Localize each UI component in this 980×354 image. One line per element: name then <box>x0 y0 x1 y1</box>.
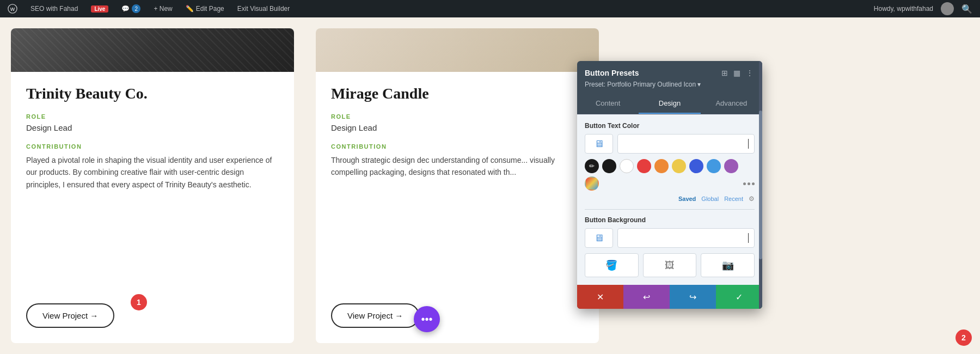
bg-picker-box[interactable]: 🖥 <box>585 228 613 248</box>
floating-action-button[interactable]: ••• <box>414 306 440 332</box>
more-dot-1 <box>743 182 746 185</box>
wp-logo-icon: W <box>8 4 17 14</box>
comments-item[interactable]: 💬 2 <box>118 0 144 17</box>
bg-image-mode-button[interactable]: 🖼 <box>643 253 697 277</box>
exit-builder-label: Exit Visual Builder <box>237 5 290 13</box>
monitor-icon: 🖥 <box>594 138 604 150</box>
wp-logo-item[interactable]: W <box>4 0 21 17</box>
swatch-purple[interactable] <box>724 159 738 173</box>
frame-icon: 📷 <box>722 259 734 271</box>
panel-more-icon[interactable]: ⋮ <box>745 68 755 78</box>
panel-columns-icon[interactable]: ▦ <box>732 68 742 78</box>
admin-bar: W SEO with Fahad Live 💬 2 + New ✏️ Edit … <box>0 0 980 17</box>
trinity-view-project-button[interactable]: View Project → <box>26 303 114 328</box>
tab-design[interactable]: Design <box>639 94 700 114</box>
swatch-blue-dark[interactable] <box>689 159 703 173</box>
tab-content[interactable]: Content <box>577 94 639 114</box>
mirage-card-image <box>316 28 599 72</box>
svg-text:W: W <box>10 7 15 12</box>
trinity-role-value: Design Lead <box>26 123 279 132</box>
search-button[interactable]: 🔍 <box>958 4 976 14</box>
panel-tabs: Content Design Advanced <box>577 94 762 114</box>
paint-bucket-icon: 🪣 <box>605 259 617 271</box>
swatch-tabs-row: Saved Global Recent ⚙ <box>585 195 755 203</box>
swatch-red[interactable] <box>637 159 651 173</box>
cancel-button[interactable]: ✕ <box>577 285 623 309</box>
button-background-title: Button Background <box>585 216 755 224</box>
swatch-black[interactable] <box>602 159 616 173</box>
redo-button[interactable]: ↪ <box>670 285 716 309</box>
undo-button[interactable]: ↩ <box>623 285 670 309</box>
comment-count: 2 <box>132 4 140 13</box>
trinity-button-label: View Project → <box>42 311 98 320</box>
color-picker-box[interactable]: 🖥 <box>585 134 613 154</box>
cancel-icon: ✕ <box>597 292 604 302</box>
trinity-card-title: Trinity Beauty Co. <box>26 85 279 102</box>
image-icon: 🖼 <box>665 260 675 271</box>
color-text-input[interactable] <box>617 134 755 154</box>
section-divider <box>585 209 755 210</box>
panel-preset-row: Preset: Portfolio Primary Outlined Icon … <box>577 78 762 94</box>
tab-advanced[interactable]: Advanced <box>701 94 762 114</box>
panel-header-actions: ⊞ ▦ ⋮ <box>720 68 755 78</box>
more-dot-2 <box>748 182 750 185</box>
mirage-card-title: Mirage Candle <box>331 85 584 102</box>
panel-footer: ✕ ↩ ↪ ✓ <box>577 285 762 309</box>
panel-expand-icon[interactable]: ⊞ <box>720 68 729 78</box>
panel-body: Button Text Color 🖥 ✏ <box>577 114 762 285</box>
swatch-white[interactable] <box>620 159 634 173</box>
text-cursor <box>748 139 749 149</box>
mirage-view-project-button[interactable]: View Project → <box>331 303 419 328</box>
bg-input-row: 🖥 <box>585 228 755 248</box>
swatch-orange[interactable] <box>654 159 669 173</box>
bg-text-input[interactable] <box>617 228 755 248</box>
trinity-role-label: ROLE <box>26 113 279 120</box>
user-avatar <box>941 2 954 15</box>
panel-header: Button Presets ⊞ ▦ ⋮ <box>577 61 762 78</box>
fab-icon: ••• <box>421 313 432 326</box>
mirage-contribution-label: CONTRIBUTION <box>331 143 584 150</box>
trinity-card-body: Trinity Beauty Co. ROLE Design Lead CONT… <box>11 72 294 343</box>
site-name-item[interactable]: SEO with Fahad <box>27 0 81 17</box>
confirm-icon: ✓ <box>736 292 743 302</box>
bg-mode-row: 🪣 🖼 📷 <box>585 253 755 277</box>
step-badge-2: 2 <box>955 329 972 346</box>
trinity-card: Trinity Beauty Co. ROLE Design Lead CONT… <box>11 28 294 343</box>
live-badge: Live <box>91 5 108 13</box>
mirage-role-label: ROLE <box>331 113 584 120</box>
mirage-contribution-text: Through strategic design dec understandi… <box>331 154 584 290</box>
mirage-button-label: View Project → <box>347 311 403 320</box>
bg-frame-mode-button[interactable]: 📷 <box>701 253 755 277</box>
main-content: Trinity Beauty Co. ROLE Design Lead CONT… <box>0 17 980 354</box>
global-tab[interactable]: Global <box>701 196 719 202</box>
bg-text-cursor <box>748 233 749 243</box>
panel-preset-label: Preset: Portfolio Primary Outlined Icon … <box>585 81 701 88</box>
new-post-item[interactable]: + New <box>150 0 175 17</box>
saved-tab[interactable]: Saved <box>678 196 696 202</box>
panel-title: Button Presets <box>585 69 720 77</box>
mirage-card: Mirage Candle ROLE Design Lead CONTRIBUT… <box>316 28 599 343</box>
confirm-button[interactable]: ✓ <box>716 285 762 309</box>
swatch-yellow[interactable] <box>672 159 686 173</box>
exit-builder-item[interactable]: Exit Visual Builder <box>234 0 293 17</box>
panel-scrollbar-thumb <box>759 111 762 259</box>
button-text-color-title: Button Text Color <box>585 122 755 130</box>
swatch-settings-icon[interactable]: ⚙ <box>749 195 755 203</box>
color-input-row: 🖥 <box>585 134 755 154</box>
admin-bar-right: Howdy, wpwithfahad 🔍 <box>871 2 976 15</box>
more-swatches[interactable] <box>743 182 755 185</box>
site-name: SEO with Fahad <box>30 5 78 13</box>
more-dot-3 <box>752 182 755 185</box>
swatch-blue[interactable] <box>707 159 721 173</box>
swatch-gradient[interactable] <box>585 176 599 191</box>
undo-icon: ↩ <box>643 292 650 302</box>
edit-page-item[interactable]: ✏️ Edit Page <box>182 0 228 17</box>
edit-color-button[interactable]: ✏ <box>585 159 599 173</box>
trinity-card-image <box>11 28 294 72</box>
color-swatches-row: ✏ <box>585 159 755 191</box>
recent-tab[interactable]: Recent <box>724 196 743 202</box>
bg-monitor-icon: 🖥 <box>594 233 604 244</box>
live-badge-item[interactable]: Live <box>88 0 112 17</box>
bg-solid-mode-button[interactable]: 🪣 <box>585 253 639 277</box>
panel-scrollbar <box>759 61 762 309</box>
